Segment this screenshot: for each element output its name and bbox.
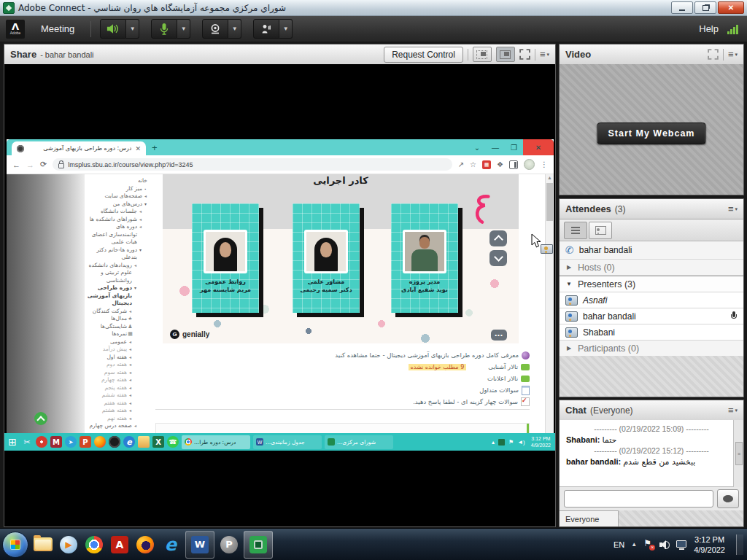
pod-menu-icon[interactable]: ≡▾	[728, 405, 738, 415]
shared-clock[interactable]: 3:12 PM 4/9/2022	[529, 435, 553, 448]
phone-attendee-row[interactable]: ✆ bahar bandali	[560, 241, 743, 260]
lms-nav-item[interactable]: شایستگی‌ها	[85, 323, 155, 331]
psiphon-icon[interactable]: P	[218, 534, 240, 556]
course-activity-row[interactable]: تالار آشنایی9 مطلب خوانده نشده	[155, 361, 530, 373]
recorder-icon[interactable]	[36, 436, 47, 448]
webcam-dropdown[interactable]: ▼	[228, 19, 241, 39]
lms-nav-item[interactable]: هفته اول	[85, 354, 155, 362]
microphone-dropdown[interactable]: ▼	[177, 19, 190, 39]
start-button[interactable]	[2, 532, 28, 558]
language-indicator[interactable]: EN	[614, 540, 624, 549]
whatsapp-icon[interactable]: ☎	[167, 436, 179, 448]
fullscreen-icon[interactable]	[519, 49, 530, 60]
participants-group-row[interactable]: ▶ Participants (0)	[560, 341, 743, 357]
lms-nav-item[interactable]: هفته هفتم	[85, 400, 155, 408]
speaker-button[interactable]	[100, 19, 126, 39]
lms-nav-item[interactable]: دوره های توانمندسازی اعضای هیات علمی	[85, 223, 155, 246]
pod-menu-icon[interactable]: ≡▾	[728, 50, 738, 59]
adobe-reader-icon[interactable]: A	[109, 534, 131, 556]
card-view-button[interactable]	[589, 222, 612, 239]
presenter-row[interactable]: bahar bandali	[560, 308, 743, 324]
minimize-button[interactable]	[671, 1, 693, 14]
media-player-icon[interactable]: ▶	[58, 534, 80, 556]
lms-nav-item[interactable]: پیش درآمد	[85, 346, 155, 354]
fullscreen-icon[interactable]	[708, 49, 719, 60]
internet-explorer-icon[interactable]: e	[160, 534, 182, 556]
tab-close-icon[interactable]: ✕	[135, 145, 141, 152]
lms-nav-item[interactable]: هفته پنجم	[85, 384, 155, 392]
chrome-icon[interactable]	[83, 534, 105, 556]
scrollbar-thumb[interactable]	[546, 183, 553, 221]
presenters-group-row[interactable]: ▼ Presenters (3)	[560, 276, 743, 292]
activity-label[interactable]: معرفی کامل دوره طراحی بازیهای آموزشی دیج…	[335, 351, 519, 359]
lms-nav-item[interactable]: هفته نهم	[85, 415, 155, 423]
lms-nav-item[interactable]: هفته هشتم	[85, 407, 155, 415]
slide-down-button[interactable]	[489, 250, 507, 266]
action-center-flag-icon[interactable]	[643, 540, 653, 549]
lms-nav-item[interactable]: هفته ششم	[85, 392, 155, 400]
shared-hidden-icons[interactable]: ▴	[492, 439, 495, 446]
staff-card[interactable]: مدیر پروژهنوید شفیع آبادی	[391, 203, 458, 313]
lms-nav-item[interactable]: عمومی	[85, 338, 155, 346]
browser-restore-icon[interactable]: ❐	[505, 144, 523, 152]
shared-volume-icon[interactable]: ◄)	[517, 439, 525, 446]
powerpoint-icon[interactable]: P	[80, 436, 91, 448]
pod-menu-icon[interactable]: ≡▾	[540, 50, 549, 59]
show-desktop-button[interactable]	[736, 534, 743, 555]
lms-nav-item[interactable]: مدال‌ها	[85, 315, 155, 323]
activity-label[interactable]: سوالات متداول	[479, 386, 519, 394]
scrollbar-up-icon[interactable]: ▲	[546, 174, 554, 182]
chrome-window-button[interactable]: درس: دوره طرا...	[182, 435, 250, 449]
pod-menu-icon[interactable]: ≡▾	[728, 204, 738, 214]
extensions-puzzle-icon[interactable]: ❖	[497, 160, 503, 168]
file-explorer-icon[interactable]	[32, 534, 54, 556]
layout-toggle-button[interactable]	[473, 47, 492, 62]
scroll-to-top-button[interactable]	[34, 412, 47, 425]
raise-hand-button[interactable]	[253, 19, 279, 39]
start-webcam-button[interactable]: Start My Webcam	[597, 122, 706, 144]
lms-nav-item[interactable]: نمره‌ها	[85, 330, 155, 338]
lms-nav-item[interactable]: درس‌های من	[85, 201, 155, 209]
course-activity-row[interactable]: تالار اعلانات	[155, 373, 530, 384]
embed-more-button[interactable]: •••	[491, 330, 507, 341]
course-activity-row[interactable]: معرفی کامل دوره طراحی بازیهای آموزشی دیج…	[155, 349, 530, 361]
activity-label[interactable]: تالار اعلانات	[487, 375, 518, 382]
activity-label[interactable]: تالار آشنایی	[488, 363, 518, 370]
share-page-icon[interactable]: ↗	[458, 160, 464, 168]
lms-nav-item[interactable]: دوره طراحی بازیهای آموزشی دیجیتال	[85, 284, 155, 308]
chat-scrollbar[interactable]: ≡	[733, 420, 743, 487]
extension-red-icon[interactable]: ▦	[482, 160, 491, 169]
network-icon[interactable]	[676, 540, 687, 549]
page-scrollbar[interactable]: ▲	[545, 174, 554, 433]
word-window-button[interactable]: Wجدول زمانبندی...	[253, 435, 322, 449]
shared-flag-icon[interactable]: ⚑	[508, 439, 514, 446]
slide-up-button[interactable]	[489, 230, 507, 246]
profile-avatar[interactable]	[524, 159, 535, 170]
lms-nav-item[interactable]: شوراهای دانشکده ها	[85, 216, 155, 224]
genially-brand[interactable]: G genially	[170, 330, 209, 339]
connection-status-icon[interactable]	[727, 24, 738, 34]
bookmark-star-icon[interactable]: ☆	[470, 160, 476, 168]
address-bar[interactable]: lmsplus.sbu.ac.ir/course/view.php?id=324…	[53, 158, 452, 171]
list-view-button[interactable]	[564, 222, 587, 239]
taskbar-clock[interactable]: 3:12 PM 4/9/2022	[694, 534, 725, 555]
firefox-icon[interactable]	[94, 436, 106, 448]
forward-icon[interactable]: →	[26, 160, 34, 169]
microphone-button[interactable]	[151, 19, 177, 39]
file-explorer-icon[interactable]	[138, 436, 150, 448]
word-icon[interactable]: W	[189, 534, 211, 556]
obs-icon[interactable]	[109, 436, 120, 448]
excel-icon[interactable]: X	[152, 436, 164, 448]
raise-hand-dropdown[interactable]: ▼	[279, 19, 293, 39]
lms-nav-item[interactable]: هفته چهارم	[85, 376, 155, 384]
course-activity-row[interactable]: سوالات چهار گزینه ای - لطفا پاسخ دهید.	[155, 396, 530, 408]
new-tab-button[interactable]: +	[152, 142, 158, 153]
connect-window-button[interactable]: شورای مرکزی...	[325, 435, 393, 449]
lms-nav-item[interactable]: صفحه درس چهارم	[85, 422, 155, 430]
presenter-row[interactable]: Asnafi	[560, 292, 743, 308]
chat-input[interactable]	[564, 490, 713, 508]
activity-label[interactable]: سوالات چهار گزینه ای - لطفا پاسخ دهید.	[413, 398, 518, 405]
lms-nav-item[interactable]: هفته دوم	[85, 361, 155, 369]
lms-nav-item[interactable]: رویدادهای دانشکده علوم تربیتی و روانشناس…	[85, 262, 155, 285]
browser-tab[interactable]: درس: دوره طراحی بازیهای آموزشی ✕	[12, 141, 146, 155]
